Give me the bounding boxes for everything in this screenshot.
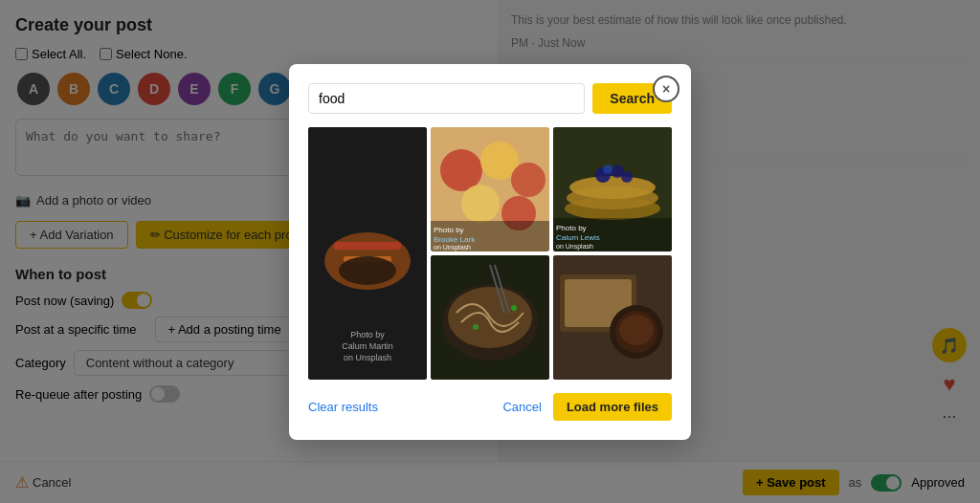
photo-search-modal: × Search Photo by Calum Martin on Unspla… — [289, 64, 691, 440]
svg-text:Photo by: Photo by — [350, 330, 385, 339]
svg-point-24 — [621, 171, 633, 183]
svg-text:Brooke Lark: Brooke Lark — [434, 235, 476, 244]
food-image-4 — [431, 255, 549, 380]
svg-text:Photo by: Photo by — [434, 226, 464, 234]
svg-point-4 — [339, 256, 396, 285]
image-item[interactable] — [431, 255, 549, 380]
svg-point-12 — [461, 185, 500, 223]
svg-text:on Unsplash: on Unsplash — [344, 353, 391, 362]
modal-footer: Clear results Cancel Load more files — [308, 393, 672, 421]
footer-right: Cancel Load more files — [502, 393, 672, 421]
image-item[interactable] — [553, 255, 672, 380]
svg-rect-2 — [334, 242, 401, 250]
clear-results-button[interactable]: Clear results — [308, 400, 378, 414]
svg-text:on Unsplash: on Unsplash — [434, 244, 471, 252]
food-image-3: Photo by Calum Lewis on Unsplash — [553, 127, 672, 252]
svg-point-25 — [603, 164, 612, 174]
food-image-5 — [553, 255, 672, 380]
cancel-link-button[interactable]: Cancel — [502, 400, 541, 414]
modal-overlay: × Search Photo by Calum Martin on Unspla… — [0, 0, 980, 503]
search-row: Search — [308, 83, 672, 114]
food-image-2: Photo by Brooke Lark on Unsplash — [431, 127, 549, 252]
image-item[interactable]: Photo by Calum Martin on Unsplash — [308, 127, 427, 380]
search-input[interactable] — [308, 83, 585, 114]
svg-point-33 — [511, 305, 517, 311]
svg-point-21 — [569, 176, 656, 199]
svg-text:Calum Martin: Calum Martin — [342, 341, 393, 351]
svg-text:Calum Lewis: Calum Lewis — [556, 233, 600, 242]
svg-text:Photo by: Photo by — [556, 224, 587, 232]
svg-text:on Unsplash: on Unsplash — [556, 243, 593, 251]
svg-point-34 — [473, 324, 479, 330]
food-image-1: Photo by Calum Martin on Unsplash — [308, 127, 427, 380]
svg-point-42 — [619, 315, 654, 345]
svg-point-11 — [511, 163, 546, 197]
close-button[interactable]: × — [653, 76, 679, 102]
image-grid: Photo by Calum Martin on Unsplash Photo … — [308, 127, 672, 380]
image-item[interactable]: Photo by Calum Lewis on Unsplash — [553, 127, 672, 252]
image-item[interactable]: Photo by Brooke Lark on Unsplash — [431, 127, 549, 252]
load-more-button[interactable]: Load more files — [553, 393, 672, 421]
svg-point-9 — [440, 149, 482, 191]
